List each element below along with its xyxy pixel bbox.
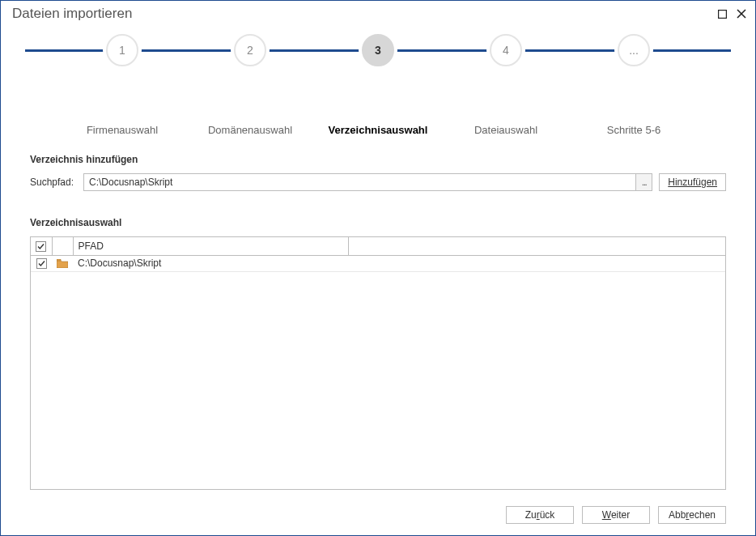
directory-select-title: Verzeichnisauswahl bbox=[30, 217, 726, 228]
table-header-row: PFAD bbox=[31, 237, 725, 255]
header-spacer bbox=[348, 237, 725, 255]
step-1-circle: 1 bbox=[106, 34, 138, 66]
select-all-checkbox[interactable] bbox=[36, 241, 46, 252]
step-1[interactable]: 1 bbox=[66, 33, 179, 70]
row-spacer bbox=[348, 255, 725, 271]
directory-table-wrap: PFAD bbox=[30, 236, 726, 490]
maximize-icon[interactable] bbox=[716, 8, 728, 19]
browse-button[interactable]: ... bbox=[635, 174, 652, 190]
step-more-circle: ... bbox=[618, 34, 650, 66]
row-icon-cell bbox=[52, 255, 73, 271]
header-checkbox-cell bbox=[31, 237, 52, 255]
step-4[interactable]: 4 bbox=[449, 33, 563, 70]
next-button[interactable]: Weiter bbox=[582, 506, 650, 524]
step-more[interactable]: ... bbox=[577, 33, 690, 70]
dialog-footer: Zurück Weiter Abbrechen bbox=[1, 498, 755, 535]
add-button[interactable]: Hinzufügen bbox=[659, 173, 726, 191]
wizard-stepper: 1 2 3 4 ... Firmenauswahl Domänenauswahl… bbox=[1, 25, 755, 136]
step-1-label: Firmenauswahl bbox=[66, 124, 179, 136]
row-checkbox-cell bbox=[31, 255, 52, 271]
window-title: Dateien importieren bbox=[12, 6, 132, 22]
step-2-circle: 2 bbox=[234, 34, 266, 66]
step-3-label: Verzeichnisauswahl bbox=[321, 124, 435, 136]
content-area: Verzeichnis hinzufügen Suchpfad: ... Hin… bbox=[1, 136, 755, 498]
table-row[interactable]: C:\Docusnap\Skript bbox=[31, 255, 725, 271]
add-directory-title: Verzeichnis hinzufügen bbox=[30, 154, 726, 165]
directory-table: PFAD bbox=[31, 237, 725, 272]
back-button[interactable]: Zurück bbox=[506, 506, 574, 524]
row-path: C:\Docusnap\Skript bbox=[73, 255, 348, 271]
svg-rect-3 bbox=[57, 259, 61, 261]
step-4-circle: 4 bbox=[490, 34, 522, 66]
step-2[interactable]: 2 bbox=[193, 33, 307, 70]
step-3-circle: 3 bbox=[362, 34, 394, 66]
dialog-window: Dateien importieren 1 2 3 bbox=[0, 0, 756, 536]
add-directory-row: Suchpfad: ... Hinzufügen bbox=[30, 173, 726, 191]
step-more-label: Schritte 5-6 bbox=[577, 124, 690, 136]
step-4-label: Dateiauswahl bbox=[449, 124, 563, 136]
svg-rect-0 bbox=[718, 10, 726, 18]
search-path-field: ... bbox=[83, 173, 652, 191]
titlebar-controls bbox=[716, 8, 747, 19]
step-3[interactable]: 3 bbox=[321, 33, 435, 70]
folder-icon bbox=[57, 259, 68, 268]
titlebar: Dateien importieren bbox=[1, 1, 755, 25]
cancel-button[interactable]: Abbrechen bbox=[658, 506, 726, 524]
header-path: PFAD bbox=[73, 237, 348, 255]
row-checkbox[interactable] bbox=[36, 258, 47, 269]
search-path-input[interactable] bbox=[84, 174, 635, 190]
table-empty-space bbox=[31, 272, 725, 490]
header-icon-cell bbox=[52, 237, 73, 255]
search-path-label: Suchpfad: bbox=[30, 177, 77, 188]
step-2-label: Domänenauswahl bbox=[193, 124, 307, 136]
close-icon[interactable] bbox=[736, 8, 747, 19]
